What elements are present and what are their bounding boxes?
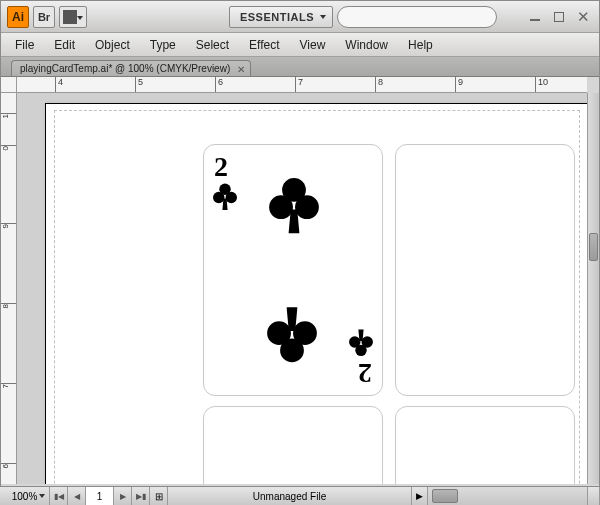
status-message: Unmanaged File [168, 487, 412, 505]
chevron-down-icon [39, 494, 45, 498]
svg-point-4 [226, 192, 237, 203]
search-box[interactable] [337, 6, 497, 28]
minimize-button[interactable] [525, 8, 545, 26]
svg-point-3 [213, 192, 224, 203]
document-tab-strip: playingCardTemp.ai* @ 100% (CMYK/Preview… [1, 57, 599, 77]
club-icon [348, 328, 374, 357]
close-button[interactable]: ✕ [573, 8, 593, 26]
workspace-label: ESSENTIALS [240, 11, 314, 23]
svg-point-7 [295, 195, 319, 219]
menu-type[interactable]: Type [140, 33, 186, 56]
menubar: File Edit Object Type Select Effect View… [1, 33, 599, 57]
horizontal-ruler[interactable]: 4 5 6 7 8 9 10 [17, 77, 587, 93]
menu-effect[interactable]: Effect [239, 33, 289, 56]
horizontal-scrollbar[interactable] [428, 487, 588, 505]
ruler-corner [1, 77, 17, 93]
ruler-v-mark: 0 [1, 145, 17, 152]
menu-select[interactable]: Select [186, 33, 239, 56]
club-icon [212, 183, 238, 212]
ruler-v-mark: 6 [1, 463, 17, 470]
club-icon [267, 177, 321, 236]
document-tab[interactable]: playingCardTemp.ai* @ 100% (CMYK/Preview… [11, 60, 251, 76]
menu-help[interactable]: Help [398, 33, 443, 56]
menu-window[interactable]: Window [335, 33, 398, 56]
menu-object[interactable]: Object [85, 33, 140, 56]
menu-file[interactable]: File [5, 33, 44, 56]
ruler-h-mark: 9 [455, 77, 463, 93]
ruler-v-mark: 1 [1, 113, 17, 120]
last-page-button[interactable]: ▶▮ [132, 487, 150, 505]
app-icon: Ai [7, 6, 29, 28]
menu-edit[interactable]: Edit [44, 33, 85, 56]
svg-point-6 [269, 195, 293, 219]
next-page-button[interactable]: ▶ [114, 487, 132, 505]
card-blank [395, 144, 575, 396]
resize-grip[interactable] [588, 487, 600, 505]
canvas[interactable]: 2 2 [17, 93, 587, 484]
ruler-h-mark: 6 [215, 77, 223, 93]
maximize-button[interactable] [549, 8, 569, 26]
close-icon[interactable]: ✕ [237, 64, 245, 75]
titlebar: Ai Br ESSENTIALS ✕ [1, 1, 599, 33]
vertical-scrollbar[interactable] [587, 93, 599, 484]
svg-point-9 [293, 321, 317, 345]
workspace-switcher[interactable]: ESSENTIALS [229, 6, 333, 28]
card-rank-top: 2 [214, 151, 228, 183]
page-number[interactable]: 1 [86, 487, 114, 505]
card-rank-bottom: 2 [358, 357, 372, 389]
document-area: 4 5 6 7 8 9 10 1 0 9 8 7 6 2 2 [1, 77, 599, 484]
zoom-value: 100% [12, 491, 38, 502]
ruler-h-mark: 7 [295, 77, 303, 93]
card-blank [203, 406, 383, 484]
scroll-thumb[interactable] [589, 233, 598, 261]
svg-point-10 [267, 321, 291, 345]
bridge-icon[interactable]: Br [33, 6, 55, 28]
statusbar: 100% ▮◀ ◀ 1 ▶ ▶▮ ⊞ Unmanaged File ▶ [0, 486, 600, 505]
ruler-h-mark: 8 [375, 77, 383, 93]
search-input[interactable] [350, 11, 488, 23]
ruler-h-mark: 10 [535, 77, 548, 93]
scroll-thumb[interactable] [432, 489, 458, 503]
menu-view[interactable]: View [290, 33, 336, 56]
ruler-v-mark: 8 [1, 303, 17, 310]
ruler-h-mark: 5 [135, 77, 143, 93]
zoom-dropdown[interactable]: 100% [0, 487, 50, 505]
ruler-h-mark: 4 [55, 77, 63, 93]
ruler-v-mark: 7 [1, 383, 17, 390]
ruler-v-mark: 9 [1, 223, 17, 230]
document-tab-label: playingCardTemp.ai* @ 100% (CMYK/Preview… [20, 63, 230, 74]
first-page-button[interactable]: ▮◀ [50, 487, 68, 505]
prev-page-button[interactable]: ◀ [68, 487, 86, 505]
club-icon [265, 304, 319, 363]
status-flyout-button[interactable]: ▶ [412, 487, 428, 505]
vertical-ruler[interactable]: 1 0 9 8 7 6 [1, 93, 17, 484]
chevron-down-icon [320, 15, 326, 19]
artboard: 2 2 [45, 103, 587, 484]
card-2-clubs: 2 2 [203, 144, 383, 396]
artboard-nav-icon[interactable]: ⊞ [150, 487, 168, 505]
layout-dropdown[interactable] [59, 6, 87, 28]
card-blank [395, 406, 575, 484]
